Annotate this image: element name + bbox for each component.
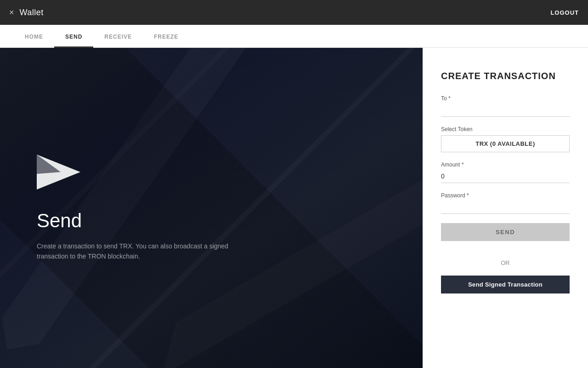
- to-field-group: To *: [441, 95, 570, 117]
- decorative-overlay: [0, 48, 423, 368]
- amount-input[interactable]: [441, 170, 570, 183]
- send-signed-group: Send Signed Transaction: [441, 276, 570, 293]
- send-arrow-icon: [37, 155, 395, 191]
- close-icon[interactable]: ×: [9, 8, 14, 17]
- send-button-group: SEND: [441, 223, 570, 250]
- panel-description: Create a transaction to send TRX. You ca…: [37, 241, 230, 262]
- send-button[interactable]: SEND: [441, 223, 570, 241]
- tab-receive[interactable]: RECEIVE: [93, 27, 143, 48]
- password-label: Password *: [441, 192, 570, 199]
- to-label: To *: [441, 95, 570, 102]
- select-token-button[interactable]: TRX (0 AVAILABLE): [441, 135, 570, 152]
- to-input[interactable]: [441, 104, 570, 117]
- password-input[interactable]: [441, 201, 570, 214]
- password-field-group: Password *: [441, 192, 570, 214]
- tab-home[interactable]: HOME: [14, 27, 54, 48]
- amount-field-group: Amount *: [441, 161, 570, 183]
- tab-send[interactable]: SEND: [54, 27, 93, 48]
- logout-button[interactable]: LOGOUT: [550, 9, 579, 16]
- panel-title: Send: [37, 210, 395, 232]
- or-divider: OR: [441, 259, 570, 266]
- select-token-group: Select Token TRX (0 AVAILABLE): [441, 126, 570, 152]
- select-token-label: Select Token: [441, 126, 570, 132]
- nav-tabs: HOME SEND RECEIVE FREEZE: [0, 25, 588, 48]
- app-title: Wallet: [20, 8, 44, 17]
- form-title: CREATE TRANSACTION: [441, 71, 570, 81]
- tab-freeze[interactable]: FREEZE: [143, 27, 189, 48]
- titlebar: × Wallet LOGOUT: [0, 0, 588, 25]
- left-panel: Send Create a transaction to send TRX. Y…: [0, 48, 423, 368]
- main-content: Send Create a transaction to send TRX. Y…: [0, 48, 588, 368]
- titlebar-left: × Wallet: [9, 8, 44, 17]
- amount-label: Amount *: [441, 161, 570, 168]
- send-signed-transaction-button[interactable]: Send Signed Transaction: [441, 276, 570, 293]
- right-panel: CREATE TRANSACTION To * Select Token TRX…: [423, 48, 588, 368]
